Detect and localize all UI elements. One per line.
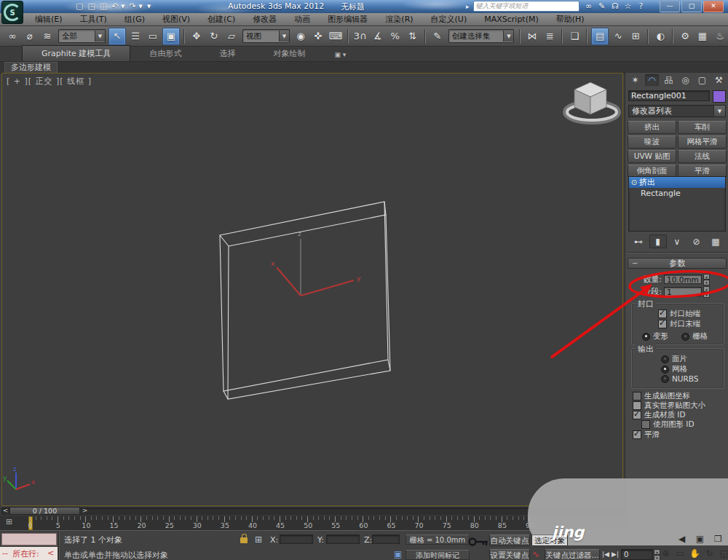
- align-icon[interactable]: ≣: [542, 28, 558, 44]
- remove-modifier-icon[interactable]: ⊘: [688, 234, 705, 248]
- set-key-button[interactable]: 设置关键点: [489, 549, 530, 560]
- pen-icon[interactable]: ✎: [596, 1, 608, 12]
- show-end-result-icon[interactable]: ▮: [649, 234, 667, 248]
- modifier-list-dropdown[interactable]: 修改器列表 ▼: [628, 105, 726, 117]
- menu-item-12[interactable]: 帮助(H): [547, 13, 593, 25]
- redo-icon[interactable]: ↷ ▾: [129, 1, 142, 12]
- maxscript-mini-listener-white[interactable]: -- 所在行: <: [0, 547, 58, 560]
- angle-snap-icon[interactable]: ∡: [370, 28, 386, 44]
- listener-arrow[interactable]: <: [47, 548, 54, 558]
- rectangular-selection-region-icon[interactable]: ▭: [145, 28, 161, 44]
- search-input[interactable]: 键入关键字或短语: [473, 1, 579, 12]
- select-and-rotate-icon[interactable]: ↻: [206, 28, 222, 44]
- segments-spinner[interactable]: ▴▾: [703, 286, 710, 297]
- menu-item-11[interactable]: MAXScript(M): [475, 13, 547, 25]
- material-editor-icon[interactable]: ◐: [652, 28, 668, 44]
- orbit-icon[interactable]: ↻: [703, 548, 716, 559]
- render-setup-icon[interactable]: ⚙: [677, 28, 693, 44]
- graphite-ribbon-toggle-icon[interactable]: ▤: [591, 28, 609, 45]
- curve-editor-icon[interactable]: ∿: [610, 28, 626, 44]
- selection-lock-icon[interactable]: [240, 537, 248, 543]
- parameters-rollout-header[interactable]: − 参数: [628, 258, 727, 269]
- next-frame-arrow[interactable]: >: [81, 507, 89, 515]
- zoom-extents-selected-icon[interactable]: ▣: [694, 534, 706, 544]
- add-time-tag-button[interactable]: 添加时间标记: [405, 550, 470, 560]
- ribbon-tab-selection[interactable]: 选择: [200, 46, 254, 61]
- audio-icon[interactable]: ◀: [676, 534, 688, 544]
- toggle-set-key-mode-button[interactable]: [467, 536, 489, 550]
- menu-item-3[interactable]: 组(G): [116, 13, 154, 25]
- z-coordinate-field[interactable]: [372, 535, 400, 544]
- maximize-viewport-toggle-icon[interactable]: ◱: [718, 548, 728, 559]
- maxscript-mini-listener-pink[interactable]: [1, 533, 57, 545]
- menu-item-1[interactable]: 编辑(E): [26, 13, 71, 25]
- search-caret-icon[interactable]: ▸: [466, 3, 470, 10]
- cap-start-checkbox[interactable]: [658, 309, 667, 318]
- open-file-icon[interactable]: ◳: [87, 1, 95, 12]
- key-filters-button[interactable]: 关键点过滤器...: [545, 549, 600, 560]
- cap-end-checkbox[interactable]: [658, 320, 667, 328]
- ribbon-tab-object-paint[interactable]: 对象绘制: [254, 46, 324, 61]
- select-and-link-icon[interactable]: ∞: [4, 28, 20, 44]
- patch-radio[interactable]: [661, 355, 669, 363]
- modifier-button-4[interactable]: 网格平滑: [678, 135, 727, 149]
- edit-named-selection-sets-icon[interactable]: ✎: [430, 28, 446, 44]
- select-and-move-icon[interactable]: ✥: [189, 28, 205, 44]
- ribbon-panel-polygon-modeling[interactable]: 多边形建模: [4, 62, 58, 73]
- viewport-label[interactable]: [ + ][ 正交 ][ 线框 ]: [7, 76, 92, 87]
- viewport[interactable]: [ + ][ 正交 ][ 线框 ] z x y: [1, 73, 623, 506]
- favorites-star-icon[interactable]: ☆: [622, 1, 634, 12]
- ribbon-tab-graphite[interactable]: Graphite 建模工具: [22, 45, 130, 61]
- keyboard-override-icon[interactable]: ⌨: [328, 28, 344, 44]
- ribbon-minimize-icon[interactable]: ▣ ▾: [334, 51, 346, 61]
- chevron-down-icon[interactable]: ▼: [503, 31, 513, 42]
- object-color-swatch[interactable]: [713, 90, 726, 103]
- amount-spinner[interactable]: ▴▾: [703, 274, 710, 285]
- select-object-icon[interactable]: ↖: [108, 28, 126, 45]
- generate-mapping-coords-checkbox[interactable]: [633, 392, 641, 401]
- zoom-icon[interactable]: ⊕: [660, 548, 672, 559]
- undo-icon[interactable]: ↶ ▾: [111, 1, 124, 12]
- pin-stack-icon[interactable]: ⊷: [630, 234, 647, 248]
- amount-field[interactable]: 10.0mm: [664, 275, 702, 284]
- auto-key-button[interactable]: 自动关键点: [489, 535, 530, 546]
- pan-hand-icon[interactable]: ✋: [689, 548, 701, 559]
- make-unique-icon[interactable]: ∨: [668, 234, 686, 248]
- application-menu-button[interactable]: S: [1, 1, 23, 24]
- go-to-start-icon[interactable]: |◀: [602, 551, 609, 558]
- reference-coordinate-dropdown[interactable]: 视图▼: [242, 29, 290, 43]
- morph-radio[interactable]: [642, 333, 650, 341]
- rendered-frame-window-icon[interactable]: ▦: [695, 28, 711, 44]
- ribbon-tab-freeform[interactable]: 自由形式: [130, 46, 200, 61]
- menu-item-4[interactable]: 视图(V): [154, 13, 199, 25]
- named-selection-sets-dropdown[interactable]: 创建选择集▼: [448, 29, 515, 43]
- modifier-button-3[interactable]: 噪波: [628, 135, 676, 149]
- layer-manager-icon[interactable]: ❏: [566, 28, 582, 44]
- time-slider-handle[interactable]: 0 / 100: [9, 507, 80, 515]
- selection-filter-dropdown[interactable]: 全部▼: [58, 29, 106, 43]
- zoom-extents-all-icon[interactable]: ❒: [712, 534, 724, 544]
- modify-tab-icon[interactable]: ◠: [645, 74, 659, 86]
- configure-modifier-sets-icon[interactable]: ▦: [707, 234, 724, 248]
- percent-snap-icon[interactable]: %: [387, 28, 403, 44]
- utilities-tab-icon[interactable]: ⚒: [712, 74, 726, 86]
- menu-item-10[interactable]: 自定义(U): [422, 13, 476, 25]
- menu-item-7[interactable]: 动画: [285, 13, 319, 25]
- search-icon[interactable]: ∞: [583, 1, 595, 12]
- window-crossing-icon[interactable]: ▣: [162, 28, 180, 45]
- unlink-selection-icon[interactable]: ⌀: [22, 28, 38, 44]
- new-scene-icon[interactable]: ▢: [76, 1, 83, 12]
- close-button[interactable]: ✕: [703, 1, 724, 12]
- motion-tab-icon[interactable]: ◎: [678, 74, 692, 86]
- smooth-checkbox[interactable]: [633, 430, 641, 439]
- absolute-mode-icon[interactable]: ⊞: [255, 535, 262, 545]
- modifier-button-6[interactable]: 法线: [678, 150, 727, 163]
- render-production-icon[interactable]: ♨: [712, 28, 728, 44]
- segments-field[interactable]: 1: [664, 287, 702, 296]
- x-coordinate-field[interactable]: [280, 535, 313, 544]
- select-and-scale-icon[interactable]: ▱: [223, 28, 240, 44]
- select-and-manipulate-icon[interactable]: ✜: [310, 28, 326, 44]
- menu-item-9[interactable]: 渲染(R): [376, 13, 422, 25]
- qat-customize-icon[interactable]: ▾: [147, 1, 151, 12]
- menu-item-8[interactable]: 图形编辑器: [319, 13, 376, 25]
